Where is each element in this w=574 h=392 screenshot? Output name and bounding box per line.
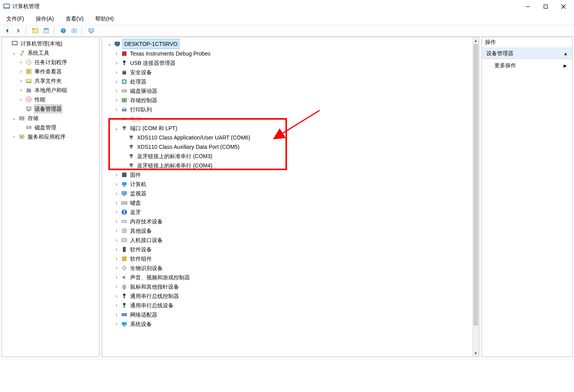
cat-memory-tech[interactable]: ›内存技术设备 bbox=[112, 217, 471, 226]
cat-bluetooth[interactable]: ›蓝牙 bbox=[112, 207, 471, 217]
cat-software-components[interactable]: ›软件组件 bbox=[112, 254, 471, 263]
device-manager[interactable]: 设备管理器 bbox=[17, 104, 98, 113]
cat-batteries[interactable]: ›电池 bbox=[112, 114, 471, 124]
cat-usb-controllers[interactable]: ›通用串行总线控制器 bbox=[112, 291, 471, 301]
chevron-right-icon[interactable]: › bbox=[114, 303, 119, 308]
device-root[interactable]: ⌄ DESKTOP-1CTSRVO bbox=[105, 39, 471, 49]
chevron-right-icon[interactable]: › bbox=[114, 321, 119, 327]
cat-disk-drives[interactable]: ›磁盘驱动器 bbox=[112, 86, 471, 96]
cat-network-adapters[interactable]: ›网络适配器 bbox=[112, 310, 471, 319]
port-xds-uart[interactable]: XDS110 Class Application/User UART (COM6… bbox=[119, 133, 471, 142]
cat-sound-video-game[interactable]: ›声音、视频和游戏控制器 bbox=[112, 273, 471, 282]
cat-processors[interactable]: ›处理器 bbox=[112, 77, 471, 86]
chevron-down-icon[interactable]: ⌄ bbox=[114, 125, 119, 131]
forward-button[interactable] bbox=[13, 26, 23, 35]
chevron-right-icon[interactable]: › bbox=[114, 293, 119, 299]
chevron-right-icon[interactable]: › bbox=[114, 228, 119, 233]
help-button[interactable]: ? bbox=[58, 26, 68, 35]
chevron-right-icon[interactable]: › bbox=[114, 116, 119, 122]
shared-folders[interactable]: › 共享文件夹 bbox=[17, 76, 98, 85]
chevron-right-icon[interactable]: › bbox=[18, 97, 24, 102]
chevron-right-icon[interactable]: › bbox=[114, 209, 119, 215]
chevron-right-icon[interactable]: › bbox=[114, 79, 119, 84]
tree-root[interactable]: 计算机管理(本地) bbox=[3, 39, 98, 48]
more-actions[interactable]: 更多操作 ▶ bbox=[482, 60, 572, 71]
local-users[interactable]: › 本地用户和组 bbox=[17, 85, 98, 95]
menu-file[interactable]: 文件(F) bbox=[4, 14, 26, 24]
cat-software-devices[interactable]: ›软件设备 bbox=[112, 245, 471, 254]
chevron-right-icon[interactable]: › bbox=[114, 172, 119, 178]
chevron-right-icon[interactable]: › bbox=[114, 51, 119, 56]
chevron-right-icon[interactable]: › bbox=[11, 134, 17, 139]
chevron-right-icon[interactable]: › bbox=[114, 88, 119, 94]
cat-storage-ctrl[interactable]: ›存储控制器 bbox=[112, 96, 471, 105]
chevron-right-icon[interactable]: › bbox=[18, 69, 24, 74]
performance[interactable]: › 性能 bbox=[17, 95, 98, 104]
vertical-scrollbar[interactable]: ▲ ▼ bbox=[472, 37, 479, 357]
menu-view[interactable]: 查看(V) bbox=[63, 14, 86, 24]
chevron-right-icon[interactable]: › bbox=[18, 59, 24, 65]
scrollbar-thumb[interactable] bbox=[473, 44, 478, 326]
chevron-right-icon[interactable]: › bbox=[114, 107, 119, 112]
chevron-right-icon[interactable]: › bbox=[114, 60, 119, 66]
port-xds-aux[interactable]: XDS110 Class Auxiliary Data Port (COM5) bbox=[119, 142, 471, 152]
cat-hid[interactable]: ›人机接口设备 bbox=[112, 235, 471, 245]
chevron-right-icon[interactable]: › bbox=[114, 200, 119, 206]
properties-button[interactable] bbox=[41, 26, 51, 35]
cat-ports[interactable]: ⌄ 端口 (COM 和 LPT) bbox=[112, 124, 471, 133]
cat-other-devices[interactable]: ›?其他设备 bbox=[112, 226, 471, 235]
chevron-right-icon[interactable]: › bbox=[18, 78, 24, 84]
cat-firmware[interactable]: ›固件 bbox=[112, 170, 471, 179]
chevron-down-icon[interactable]: ⌄ bbox=[11, 50, 17, 56]
chevron-right-icon[interactable]: › bbox=[114, 312, 119, 317]
system-tools[interactable]: ⌄ 系统工具 bbox=[10, 48, 98, 57]
chevron-right-icon[interactable]: › bbox=[114, 70, 119, 75]
cat-computers[interactable]: ›计算机 bbox=[112, 179, 471, 189]
scroll-up-button[interactable]: ▲ bbox=[473, 37, 479, 44]
disk-management[interactable]: 磁盘管理 bbox=[17, 123, 98, 132]
chevron-right-icon[interactable]: › bbox=[114, 191, 119, 196]
actions-group[interactable]: 设备管理器 ▲ bbox=[483, 48, 571, 59]
chevron-right-icon[interactable]: › bbox=[18, 87, 24, 93]
chevron-right-icon[interactable]: › bbox=[114, 256, 119, 261]
local-users-label: 本地用户和组 bbox=[34, 85, 68, 95]
refresh-button[interactable] bbox=[69, 26, 79, 35]
chevron-right-icon[interactable]: › bbox=[114, 181, 119, 187]
chevron-right-icon[interactable]: › bbox=[114, 98, 119, 103]
close-button[interactable] bbox=[555, 1, 572, 12]
scroll-down-button[interactable]: ▼ bbox=[473, 350, 479, 357]
task-scheduler[interactable]: › 任务计划程序 bbox=[17, 57, 98, 67]
svg-point-50 bbox=[123, 99, 125, 101]
cat-system-devices[interactable]: ›系统设备 bbox=[112, 319, 471, 329]
services-apps[interactable]: › 服务和应用程序 bbox=[10, 132, 98, 141]
cat-biometric[interactable]: ›生物识别设备 bbox=[112, 263, 471, 273]
port-bt-com4[interactable]: 蓝牙链接上的标准串行 (COM4) bbox=[119, 161, 471, 170]
chevron-down-icon[interactable]: ⌄ bbox=[11, 115, 17, 121]
menu-help[interactable]: 帮助(H) bbox=[93, 14, 116, 24]
cat-print-queues[interactable]: ›打印队列 bbox=[112, 105, 471, 114]
minimize-button[interactable] bbox=[519, 1, 537, 12]
cat-usb-devices[interactable]: ›通用串行总线设备 bbox=[112, 301, 471, 310]
maximize-button[interactable] bbox=[537, 1, 555, 12]
show-hide-tree-button[interactable] bbox=[30, 26, 40, 35]
chevron-right-icon[interactable]: › bbox=[114, 247, 119, 252]
storage[interactable]: ⌄ 存储 bbox=[10, 113, 98, 123]
scrollbar-track[interactable] bbox=[473, 44, 479, 350]
cat-security[interactable]: ›安全设备 bbox=[112, 68, 471, 77]
cat-monitors[interactable]: ›监视器 bbox=[112, 189, 471, 198]
cat-usb-conn-mgr[interactable]: ›USB 连接器管理器 bbox=[112, 58, 471, 68]
cat-mice[interactable]: ›鼠标和其他指针设备 bbox=[112, 282, 471, 291]
chevron-right-icon[interactable]: › bbox=[114, 284, 119, 289]
chevron-right-icon[interactable]: › bbox=[114, 275, 119, 280]
chevron-right-icon[interactable]: › bbox=[114, 237, 119, 243]
menu-action[interactable]: 操作(A) bbox=[33, 14, 56, 24]
event-viewer[interactable]: › 事件查看器 bbox=[17, 67, 98, 76]
monitor-icon-button[interactable] bbox=[86, 26, 96, 35]
chevron-right-icon[interactable]: › bbox=[114, 219, 119, 224]
port-bt-com3[interactable]: 蓝牙链接上的标准串行 (COM3) bbox=[119, 152, 471, 161]
chevron-right-icon[interactable]: › bbox=[114, 265, 119, 271]
back-button[interactable] bbox=[2, 26, 12, 35]
cat-keyboards[interactable]: ›键盘 bbox=[112, 198, 471, 207]
chevron-down-icon[interactable]: ⌄ bbox=[107, 41, 112, 47]
cat-ti-debug[interactable]: ›Texas Instruments Debug Probes bbox=[112, 49, 471, 58]
